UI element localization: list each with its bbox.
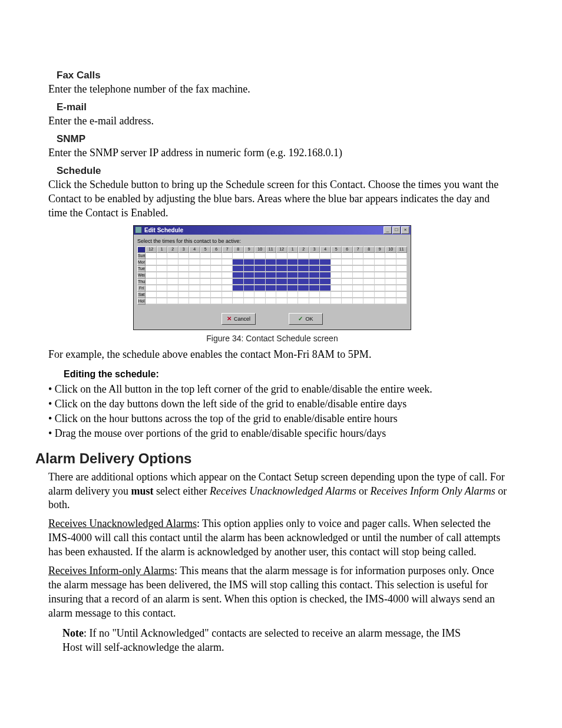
schedule-cell[interactable] — [211, 285, 222, 291]
schedule-cell[interactable] — [342, 285, 353, 291]
schedule-cell[interactable] — [331, 272, 342, 278]
schedule-cell[interactable] — [342, 253, 353, 259]
schedule-cell[interactable] — [363, 266, 375, 272]
schedule-cell[interactable] — [298, 292, 309, 298]
schedule-cell[interactable] — [342, 266, 353, 272]
hour-header-6[interactable]: 6 — [211, 246, 222, 253]
schedule-cell[interactable] — [266, 253, 277, 259]
hour-header-21[interactable]: 9 — [375, 246, 386, 253]
schedule-cell[interactable] — [233, 279, 244, 285]
schedule-cell[interactable] — [266, 272, 277, 278]
schedule-cell[interactable] — [331, 253, 342, 259]
schedule-cell[interactable] — [167, 259, 178, 265]
schedule-cell[interactable] — [320, 285, 331, 291]
schedule-cell[interactable] — [353, 279, 364, 285]
schedule-cell[interactable] — [157, 285, 168, 291]
schedule-cell[interactable] — [298, 259, 309, 265]
schedule-cell[interactable] — [309, 279, 320, 285]
schedule-cell[interactable] — [189, 279, 200, 285]
schedule-cell[interactable] — [178, 266, 190, 272]
schedule-cell[interactable] — [233, 253, 244, 259]
schedule-cell[interactable] — [222, 266, 233, 272]
schedule-cell[interactable] — [157, 266, 168, 272]
schedule-cell[interactable] — [167, 272, 178, 278]
hour-header-19[interactable]: 7 — [353, 246, 364, 253]
schedule-cell[interactable] — [167, 298, 178, 304]
schedule-cell[interactable] — [233, 259, 244, 265]
schedule-cell[interactable] — [222, 285, 233, 291]
hour-header-7[interactable]: 7 — [222, 246, 233, 253]
schedule-cell[interactable] — [233, 298, 244, 304]
schedule-cell[interactable] — [178, 259, 190, 265]
schedule-cell[interactable] — [189, 298, 200, 304]
schedule-cell[interactable] — [298, 253, 309, 259]
schedule-cell[interactable] — [375, 285, 386, 291]
schedule-cell[interactable] — [309, 259, 320, 265]
schedule-cell[interactable] — [276, 292, 287, 298]
schedule-cell[interactable] — [353, 253, 364, 259]
schedule-cell[interactable] — [178, 279, 190, 285]
hour-header-14[interactable]: 2 — [298, 246, 309, 253]
hour-header-11[interactable]: 11 — [266, 246, 277, 253]
day-button-mon[interactable]: Mon — [137, 259, 146, 266]
schedule-cell[interactable] — [353, 266, 364, 272]
schedule-cell[interactable] — [189, 285, 200, 291]
schedule-cell[interactable] — [396, 298, 408, 304]
schedule-cell[interactable] — [146, 298, 157, 304]
schedule-cell[interactable] — [146, 266, 157, 272]
schedule-cell[interactable] — [189, 253, 200, 259]
schedule-cell[interactable] — [167, 285, 178, 291]
schedule-cell[interactable] — [244, 298, 255, 304]
schedule-cell[interactable] — [254, 298, 266, 304]
day-button-hol[interactable]: Hol — [137, 298, 146, 305]
schedule-cell[interactable] — [353, 292, 364, 298]
schedule-cell[interactable] — [363, 279, 375, 285]
schedule-cell[interactable] — [353, 285, 364, 291]
schedule-cell[interactable] — [146, 259, 157, 265]
schedule-cell[interactable] — [331, 292, 342, 298]
schedule-cell[interactable] — [363, 298, 375, 304]
schedule-cell[interactable] — [254, 292, 266, 298]
schedule-cell[interactable] — [146, 272, 157, 278]
schedule-cell[interactable] — [320, 279, 331, 285]
schedule-cell[interactable] — [157, 292, 168, 298]
schedule-cell[interactable] — [287, 266, 299, 272]
hour-header-16[interactable]: 4 — [320, 246, 331, 253]
schedule-cell[interactable] — [363, 292, 375, 298]
schedule-cell[interactable] — [189, 292, 200, 298]
schedule-cell[interactable] — [298, 279, 309, 285]
schedule-cell[interactable] — [244, 259, 255, 265]
schedule-cell[interactable] — [287, 292, 299, 298]
schedule-grid[interactable]: 12 AM123456789101112 PM1234567891011SunM… — [137, 246, 407, 305]
hour-header-3[interactable]: 3 — [178, 246, 190, 253]
hour-header-4[interactable]: 4 — [189, 246, 200, 253]
schedule-cell[interactable] — [375, 298, 386, 304]
schedule-cell[interactable] — [222, 253, 233, 259]
schedule-cell[interactable] — [385, 279, 396, 285]
schedule-cell[interactable] — [287, 253, 299, 259]
schedule-cell[interactable] — [396, 266, 408, 272]
schedule-cell[interactable] — [244, 279, 255, 285]
schedule-cell[interactable] — [385, 272, 396, 278]
hour-header-20[interactable]: 8 — [363, 246, 375, 253]
schedule-cell[interactable] — [266, 259, 277, 265]
schedule-cell[interactable] — [254, 253, 266, 259]
schedule-cell[interactable] — [233, 292, 244, 298]
schedule-cell[interactable] — [363, 285, 375, 291]
schedule-cell[interactable] — [342, 298, 353, 304]
schedule-cell[interactable] — [396, 272, 408, 278]
schedule-cell[interactable] — [320, 298, 331, 304]
schedule-cell[interactable] — [298, 298, 309, 304]
schedule-cell[interactable] — [157, 272, 168, 278]
schedule-cell[interactable] — [309, 272, 320, 278]
schedule-cell[interactable] — [342, 292, 353, 298]
close-icon[interactable]: × — [401, 226, 409, 234]
schedule-cell[interactable] — [167, 266, 178, 272]
schedule-cell[interactable] — [331, 298, 342, 304]
schedule-cell[interactable] — [222, 259, 233, 265]
schedule-cell[interactable] — [244, 272, 255, 278]
schedule-cell[interactable] — [233, 266, 244, 272]
schedule-cell[interactable] — [200, 266, 211, 272]
schedule-cell[interactable] — [266, 298, 277, 304]
hour-header-10[interactable]: 10 — [254, 246, 266, 253]
